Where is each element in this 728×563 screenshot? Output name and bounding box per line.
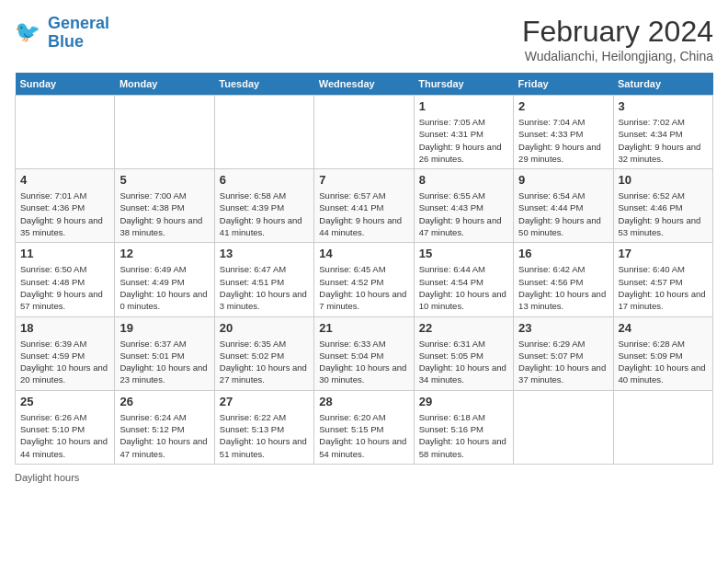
calendar-cell: 13Sunrise: 6:47 AMSunset: 4:51 PMDayligh… [214, 243, 313, 316]
day-number: 3 [619, 99, 708, 113]
day-number: 12 [119, 247, 209, 260]
calendar-cell [16, 96, 115, 169]
day-number: 20 [220, 321, 309, 335]
weekday-header-friday: Friday [514, 73, 613, 96]
page-header: 🐦 General Blue February 2024 Wudalianchi… [15, 15, 713, 63]
day-number: 6 [220, 173, 309, 187]
day-info: Sunrise: 6:28 AMSunset: 5:09 PMDaylight:… [619, 338, 708, 386]
day-number: 13 [220, 247, 309, 260]
day-info: Sunrise: 6:33 AMSunset: 5:04 PMDaylight:… [319, 338, 408, 386]
calendar-week-4: 18Sunrise: 6:39 AMSunset: 4:59 PMDayligh… [16, 316, 713, 390]
calendar-cell [314, 96, 414, 169]
day-info: Sunrise: 6:20 AMSunset: 5:15 PMDaylight:… [319, 411, 408, 460]
calendar-cell: 24Sunrise: 6:28 AMSunset: 5:09 PMDayligh… [613, 316, 712, 390]
day-info: Sunrise: 6:24 AMSunset: 5:12 PMDaylight:… [119, 411, 209, 460]
calendar-cell [115, 96, 214, 169]
day-number: 4 [20, 173, 109, 187]
logo: 🐦 General Blue [15, 15, 109, 52]
day-info: Sunrise: 7:04 AMSunset: 4:33 PMDaylight:… [518, 116, 608, 165]
calendar-cell: 20Sunrise: 6:35 AMSunset: 5:02 PMDayligh… [214, 316, 313, 390]
day-info: Sunrise: 6:44 AMSunset: 4:54 PMDaylight:… [419, 263, 508, 312]
calendar-cell [514, 390, 613, 464]
weekday-header-sunday: Sunday [16, 73, 115, 96]
day-info: Sunrise: 6:40 AMSunset: 4:57 PMDaylight:… [619, 263, 708, 312]
calendar-cell: 11Sunrise: 6:50 AMSunset: 4:48 PMDayligh… [16, 243, 115, 316]
calendar-cell: 18Sunrise: 6:39 AMSunset: 4:59 PMDayligh… [16, 316, 115, 390]
day-number: 15 [419, 247, 508, 260]
logo-text: General Blue [48, 15, 109, 52]
day-info: Sunrise: 6:49 AMSunset: 4:49 PMDaylight:… [119, 263, 209, 312]
calendar-cell: 9Sunrise: 6:54 AMSunset: 4:44 PMDaylight… [514, 169, 613, 243]
calendar-cell: 8Sunrise: 6:55 AMSunset: 4:43 PMDaylight… [414, 169, 513, 243]
calendar-table: SundayMondayTuesdayWednesdayThursdayFrid… [15, 73, 713, 465]
day-number: 28 [319, 395, 408, 408]
calendar-cell: 26Sunrise: 6:24 AMSunset: 5:12 PMDayligh… [115, 390, 214, 464]
day-info: Sunrise: 6:58 AMSunset: 4:39 PMDaylight:… [220, 190, 309, 238]
day-number: 17 [619, 247, 708, 260]
day-info: Sunrise: 6:42 AMSunset: 4:56 PMDaylight:… [518, 263, 608, 312]
calendar-cell: 3Sunrise: 7:02 AMSunset: 4:34 PMDaylight… [613, 96, 712, 169]
day-number: 9 [518, 173, 608, 187]
calendar-cell: 21Sunrise: 6:33 AMSunset: 5:04 PMDayligh… [314, 316, 414, 390]
day-info: Sunrise: 6:35 AMSunset: 5:02 PMDaylight:… [220, 338, 309, 386]
day-number: 19 [119, 321, 209, 335]
day-info: Sunrise: 7:05 AMSunset: 4:31 PMDaylight:… [419, 116, 508, 165]
calendar-cell: 25Sunrise: 6:26 AMSunset: 5:10 PMDayligh… [16, 390, 115, 464]
day-info: Sunrise: 6:39 AMSunset: 4:59 PMDaylight:… [20, 338, 109, 386]
svg-text:🐦: 🐦 [15, 19, 40, 44]
weekday-header-tuesday: Tuesday [214, 73, 313, 96]
day-info: Sunrise: 7:02 AMSunset: 4:34 PMDaylight:… [619, 116, 708, 165]
daylight-label: Daylight hours [15, 472, 79, 483]
calendar-cell: 12Sunrise: 6:49 AMSunset: 4:49 PMDayligh… [115, 243, 214, 316]
calendar-cell: 22Sunrise: 6:31 AMSunset: 5:05 PMDayligh… [414, 316, 513, 390]
calendar-week-3: 11Sunrise: 6:50 AMSunset: 4:48 PMDayligh… [16, 243, 713, 316]
calendar-cell: 27Sunrise: 6:22 AMSunset: 5:13 PMDayligh… [214, 390, 313, 464]
calendar-cell: 15Sunrise: 6:44 AMSunset: 4:54 PMDayligh… [414, 243, 513, 316]
day-number: 21 [319, 321, 408, 335]
calendar-cell: 7Sunrise: 6:57 AMSunset: 4:41 PMDaylight… [314, 169, 414, 243]
day-info: Sunrise: 6:45 AMSunset: 4:52 PMDaylight:… [319, 263, 408, 312]
day-info: Sunrise: 6:37 AMSunset: 5:01 PMDaylight:… [119, 338, 209, 386]
day-number: 16 [518, 247, 608, 260]
day-info: Sunrise: 6:52 AMSunset: 4:46 PMDaylight:… [619, 190, 708, 238]
title-block: February 2024 Wudalianchi, Heilongjiang,… [522, 15, 713, 63]
weekday-header-thursday: Thursday [414, 73, 513, 96]
calendar-cell [613, 390, 712, 464]
day-number: 26 [119, 395, 209, 408]
day-number: 7 [319, 173, 408, 187]
calendar-cell: 4Sunrise: 7:01 AMSunset: 4:36 PMDaylight… [16, 169, 115, 243]
day-number: 22 [419, 321, 508, 335]
calendar-cell: 6Sunrise: 6:58 AMSunset: 4:39 PMDaylight… [214, 169, 313, 243]
day-info: Sunrise: 6:29 AMSunset: 5:07 PMDaylight:… [518, 338, 608, 386]
day-info: Sunrise: 6:54 AMSunset: 4:44 PMDaylight:… [518, 190, 608, 238]
day-number: 5 [119, 173, 209, 187]
calendar-cell: 23Sunrise: 6:29 AMSunset: 5:07 PMDayligh… [514, 316, 613, 390]
day-number: 18 [20, 321, 109, 335]
weekday-header-monday: Monday [115, 73, 214, 96]
calendar-cell: 28Sunrise: 6:20 AMSunset: 5:15 PMDayligh… [314, 390, 414, 464]
day-number: 2 [518, 99, 608, 113]
day-info: Sunrise: 6:31 AMSunset: 5:05 PMDaylight:… [419, 338, 508, 386]
day-number: 1 [419, 99, 508, 113]
day-info: Sunrise: 6:22 AMSunset: 5:13 PMDaylight:… [220, 411, 309, 460]
calendar-cell: 2Sunrise: 7:04 AMSunset: 4:33 PMDaylight… [514, 96, 613, 169]
calendar-cell [214, 96, 313, 169]
calendar-cell: 5Sunrise: 7:00 AMSunset: 4:38 PMDaylight… [115, 169, 214, 243]
location-subtitle: Wudalianchi, Heilongjiang, China [522, 49, 713, 63]
day-info: Sunrise: 6:18 AMSunset: 5:16 PMDaylight:… [419, 411, 508, 460]
day-number: 10 [619, 173, 708, 187]
calendar-cell: 17Sunrise: 6:40 AMSunset: 4:57 PMDayligh… [613, 243, 712, 316]
day-info: Sunrise: 6:47 AMSunset: 4:51 PMDaylight:… [220, 263, 309, 312]
day-number: 24 [619, 321, 708, 335]
weekday-header-row: SundayMondayTuesdayWednesdayThursdayFrid… [16, 73, 713, 96]
day-number: 14 [319, 247, 408, 260]
calendar-cell: 16Sunrise: 6:42 AMSunset: 4:56 PMDayligh… [514, 243, 613, 316]
weekday-header-wednesday: Wednesday [314, 73, 414, 96]
day-info: Sunrise: 6:26 AMSunset: 5:10 PMDaylight:… [20, 411, 109, 460]
day-number: 27 [220, 395, 309, 408]
day-info: Sunrise: 7:01 AMSunset: 4:36 PMDaylight:… [20, 190, 109, 238]
day-number: 11 [20, 247, 109, 260]
calendar-week-2: 4Sunrise: 7:01 AMSunset: 4:36 PMDaylight… [16, 169, 713, 243]
footer: Daylight hours [15, 472, 713, 483]
day-number: 8 [419, 173, 508, 187]
